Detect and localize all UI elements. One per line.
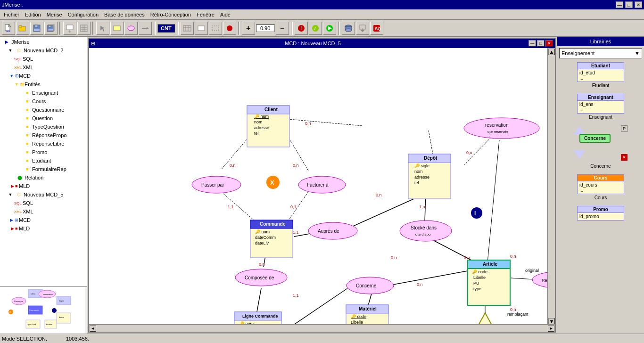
diagram-maximize-btn[interactable]: □ — [537, 40, 545, 47]
play-green-btn[interactable] — [323, 22, 336, 35]
rect-white-btn[interactable] — [195, 22, 208, 35]
svg-text:0,n: 0,n — [376, 193, 382, 197]
statusbar: Mode SELECTION. 1003:456. — [0, 334, 644, 343]
tree-mld1[interactable]: ▶ ■ MLD — [1, 182, 86, 190]
hscroll-right[interactable]: ► — [548, 325, 554, 332]
minimize-btn[interactable]: — — [616, 1, 623, 8]
plus-btn[interactable]: + — [242, 22, 255, 35]
alert-btn[interactable]: ! — [295, 22, 308, 35]
save-btn[interactable] — [30, 22, 43, 35]
download-btn[interactable] — [356, 22, 369, 35]
tree-reponsepropo[interactable]: ■ RéponsePropo — [1, 131, 86, 139]
diagram-close-btn[interactable]: ✕ — [545, 40, 553, 47]
tree-reponselibre[interactable]: ■ RéponseLibre — [1, 139, 86, 148]
tree-entites[interactable]: ▼ 📁 Entités — [1, 80, 86, 89]
diagram-minimize-btn[interactable]: — — [528, 40, 536, 47]
close-btn[interactable]: ✕ — [635, 1, 642, 8]
menu-retro[interactable]: Rétro-Conception — [148, 11, 194, 18]
circle-red-btn[interactable] — [223, 22, 236, 35]
minus-btn[interactable]: − — [276, 22, 289, 35]
svg-line-69 — [429, 131, 433, 156]
new-btn[interactable]: new — [2, 22, 15, 35]
svg-text:I: I — [474, 210, 476, 217]
vscroll-down[interactable]: ▼ — [548, 318, 555, 324]
tree-question[interactable]: ■ Question — [1, 114, 86, 122]
menu-configuration[interactable]: Configuration — [65, 11, 101, 18]
cnt-btn[interactable]: CNT — [157, 24, 175, 33]
tree-formulairerep[interactable]: ■ FormulaireRep — [1, 165, 86, 173]
toolbar-sep6 — [291, 22, 293, 35]
svg-rect-6 — [35, 25, 38, 27]
tree-nouveau-mcd2[interactable]: ▼ ⬡ Nouveau MCD_2 — [1, 46, 86, 55]
tree-nouveau-mcd5[interactable]: ▼ ⬡ Nouveau MCD_5 — [1, 190, 86, 199]
tree-typequestion[interactable]: ■ TypeQuestion — [1, 122, 86, 131]
tree-formulairerep-label: FormulaireRep — [32, 166, 66, 172]
tree-relation[interactable]: ⬤ Relation — [1, 173, 86, 182]
svg-text:0,n: 0,n — [510, 254, 516, 259]
svg-line-67 — [221, 135, 250, 170]
lib-enseignant[interactable]: Enseignant id_ens ... Enseignant — [559, 94, 642, 120]
open-btn[interactable] — [16, 22, 29, 35]
diagram-canvas[interactable]: ▲ ▼ — [89, 48, 555, 324]
tree-questionnaire[interactable]: ■ Questionnaire — [1, 106, 86, 114]
save-all-btn[interactable] — [44, 22, 58, 35]
tree-mcd1[interactable]: ▼ ⊞ MCD — [1, 72, 86, 80]
tree-mld2[interactable]: ▶ ■ MLD — [1, 224, 86, 233]
menu-fichier[interactable]: Fichier — [1, 11, 22, 18]
stop-red-btn[interactable]: SQL — [370, 22, 383, 35]
tree-nouveau-mcd2-label: Nouveau MCD_2 — [24, 48, 63, 53]
diagram-window-controls[interactable]: — □ ✕ — [528, 40, 553, 47]
grid-btn[interactable] — [77, 22, 91, 35]
tree-enseignant[interactable]: ■ Enseignant — [1, 89, 86, 97]
lib-dropdown[interactable]: Enseignement ▼ — [559, 48, 642, 58]
arrow-btn[interactable] — [96, 22, 109, 35]
zoom-value[interactable]: 0.90 — [256, 24, 275, 32]
oval-btn[interactable] — [124, 22, 138, 35]
lib-cours[interactable]: Cours id_cours ... Cours — [559, 174, 642, 200]
svg-rect-15 — [81, 25, 87, 32]
lib-etudiant-header: Etudiant — [578, 63, 624, 69]
menu-edition[interactable]: Edition — [22, 11, 44, 18]
tree-sql1[interactable]: SQL SQL — [1, 55, 86, 63]
rect-outline-btn[interactable] — [209, 22, 222, 35]
lib-promo[interactable]: Promo id_promo — [559, 206, 642, 220]
export-btn[interactable] — [63, 22, 76, 35]
mld-icon: ▶ ■ — [10, 182, 18, 190]
svg-text:dateComm: dateComm — [255, 235, 276, 240]
tree-etudiant[interactable]: ■ Etudiant — [1, 156, 86, 165]
lib-enseignant-header: Enseignant — [578, 94, 624, 101]
maximize-btn[interactable]: □ — [625, 1, 633, 8]
vscroll-up[interactable]: ▲ — [548, 49, 555, 55]
tree-mcd2[interactable]: ▶ ⊞ MCD — [1, 216, 86, 224]
diagram-titlebar: ⊞ MCD : Nouveau MCD_5 — □ ✕ — [89, 39, 555, 48]
menu-merise[interactable]: Merise — [44, 11, 65, 18]
svg-text:0,1: 0,1 — [290, 204, 297, 209]
titlebar-controls[interactable]: — □ ✕ — [616, 1, 642, 8]
menu-fenetre[interactable]: Fenêtre — [194, 11, 217, 18]
table-btn[interactable] — [181, 22, 194, 35]
diagram-hscroll[interactable]: ◄ ► — [89, 324, 555, 332]
lib-cours-box: Cours id_cours ... — [577, 174, 624, 194]
menu-aide[interactable]: Aide — [217, 11, 233, 18]
db-export-btn[interactable] — [342, 22, 355, 35]
hscroll-left[interactable]: ◄ — [90, 325, 96, 332]
tree-cours[interactable]: ■ Cours — [1, 97, 86, 106]
tree-sql2[interactable]: SQL SQL — [1, 199, 86, 207]
tree-xml2[interactable]: XML XML — [1, 207, 86, 216]
svg-text:0,n: 0,n — [417, 282, 423, 287]
check-green-btn[interactable]: ✓ — [309, 22, 322, 35]
tree-jmerise[interactable]: ▶ JMerise — [1, 38, 86, 46]
rect-yellow-btn[interactable] — [110, 22, 124, 35]
arrow-right-btn[interactable] — [139, 22, 152, 35]
center-panel: ⊞ MCD : Nouveau MCD_5 — □ ✕ ▲ ▼ — [87, 37, 557, 334]
svg-marker-43 — [361, 30, 364, 32]
tree-entites-label: Entités — [25, 82, 41, 87]
svg-text:new: new — [6, 30, 11, 33]
menu-bdd[interactable]: Base de données — [101, 11, 148, 18]
lib-etudiant[interactable]: Etudiant id_etud ... Etudiant — [559, 62, 642, 88]
tree-xml1[interactable]: XML XML — [1, 63, 86, 72]
diagram-title: MCD : Nouveau MCD_5 — [285, 41, 341, 46]
tree-reponsepropo-label: RéponsePropo — [32, 132, 66, 138]
tree-promo[interactable]: ■ Promo — [1, 148, 86, 156]
lib-concerne[interactable]: P Concerne ✕ Concerne — [559, 125, 642, 169]
